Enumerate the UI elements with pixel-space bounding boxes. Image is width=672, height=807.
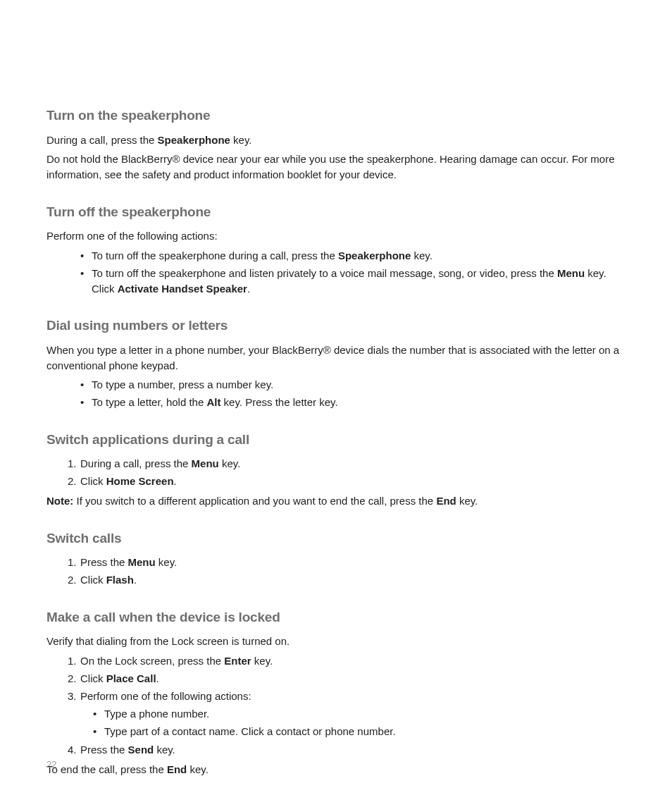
list-item: During a call, press the Menu key. [68, 456, 630, 472]
list-item: Click Flash. [68, 572, 630, 588]
bold-text: Place Call [106, 672, 156, 684]
bold-text: Activate Handset Speaker [118, 283, 247, 295]
list-item: To turn off the speakerphone during a ca… [92, 248, 630, 264]
text: To end the call, press the [46, 763, 167, 775]
note-paragraph: Note: If you switch to a different appli… [46, 493, 630, 509]
list-item: Type part of a contact name. Click a con… [104, 724, 630, 739]
bold-text: Flash [106, 574, 134, 586]
text: Press the [80, 744, 128, 756]
heading-dial-numbers-letters: Dial using numbers or letters [46, 316, 630, 335]
bullet-list: To type a number, press a number key. To… [46, 377, 630, 410]
bold-text: Speakerphone [338, 250, 411, 261]
bold-text: Menu [128, 556, 156, 568]
heading-switch-applications: Switch applications during a call [46, 430, 630, 450]
text: During a call, press the [80, 457, 192, 469]
text: To turn off the speakerphone and listen … [92, 267, 557, 279]
bold-text: Menu [192, 457, 219, 469]
text: Perform one of the following actions: [80, 690, 251, 702]
text: key. [411, 250, 433, 261]
text: . [156, 672, 159, 684]
bold-text: Enter [224, 655, 251, 667]
text: Click [80, 574, 106, 586]
heading-turn-off-speakerphone: Turn off the speakerphone [46, 202, 630, 222]
text: key. [456, 495, 478, 507]
note-label: Note: [46, 495, 73, 507]
bold-text: End [167, 763, 187, 775]
text: Press the [80, 556, 128, 568]
paragraph: Perform one of the following actions: [46, 228, 630, 244]
bold-text: End [436, 495, 456, 507]
text: key. [230, 134, 252, 146]
list-item: Click Home Screen. [68, 474, 630, 489]
list-item: Type a phone number. [104, 706, 630, 722]
list-item: To type a letter, hold the Alt key. Pres… [92, 395, 630, 410]
ordered-list: On the Lock screen, press the Enter key.… [46, 653, 630, 758]
list-item: To type a number, press a number key. [92, 377, 630, 393]
text: key. [156, 556, 178, 568]
text: . [247, 283, 250, 295]
text: Click [80, 475, 106, 487]
list-item: On the Lock screen, press the Enter key. [68, 653, 630, 669]
paragraph: Do not hold the BlackBerry® device near … [46, 152, 630, 183]
bullet-list: Type a phone number. Type part of a cont… [80, 706, 630, 739]
list-item: Press the Send key. [68, 742, 630, 758]
text: Click [80, 672, 106, 684]
page-number: 22 [46, 758, 56, 772]
page-body: Turn on the speakerphone During a call, … [46, 42, 630, 777]
paragraph: To end the call, press the End key. [46, 762, 630, 777]
list-item: Press the Menu key. [68, 555, 630, 570]
list-item: Click Place Call. [68, 671, 630, 686]
bold-text: Send [128, 744, 154, 756]
text: During a call, press the [46, 134, 158, 146]
text: To turn off the speakerphone during a ca… [92, 250, 338, 261]
paragraph: During a call, press the Speakerphone ke… [46, 133, 630, 148]
bold-text: Menu [557, 267, 585, 279]
paragraph: When you type a letter in a phone number… [46, 343, 630, 374]
heading-switch-calls: Switch calls [46, 529, 630, 548]
text: To type a letter, hold the [92, 396, 206, 408]
bullet-list: To turn off the speakerphone during a ca… [46, 248, 630, 296]
bold-text: Speakerphone [158, 134, 230, 146]
text: key. [219, 457, 241, 469]
bold-text: Home Screen [106, 475, 174, 487]
list-item: To turn off the speakerphone and listen … [92, 266, 630, 297]
bold-text: Alt [206, 396, 220, 408]
list-item: Perform one of the following actions: Ty… [68, 689, 630, 739]
text: On the Lock screen, press the [80, 655, 224, 667]
text: key. [154, 744, 175, 756]
text: key. Press the letter key. [220, 396, 337, 408]
ordered-list: During a call, press the Menu key. Click… [46, 456, 630, 489]
heading-turn-on-speakerphone: Turn on the speakerphone [46, 106, 630, 125]
text: . [174, 475, 177, 487]
text: key. [187, 763, 209, 775]
heading-make-call-locked: Make a call when the device is locked [46, 608, 630, 627]
text: key. [251, 655, 273, 667]
text: . [134, 574, 137, 586]
text: If you switch to a different application… [73, 495, 436, 507]
paragraph: Verify that dialing from the Lock screen… [46, 634, 630, 649]
ordered-list: Press the Menu key. Click Flash. [46, 555, 630, 588]
